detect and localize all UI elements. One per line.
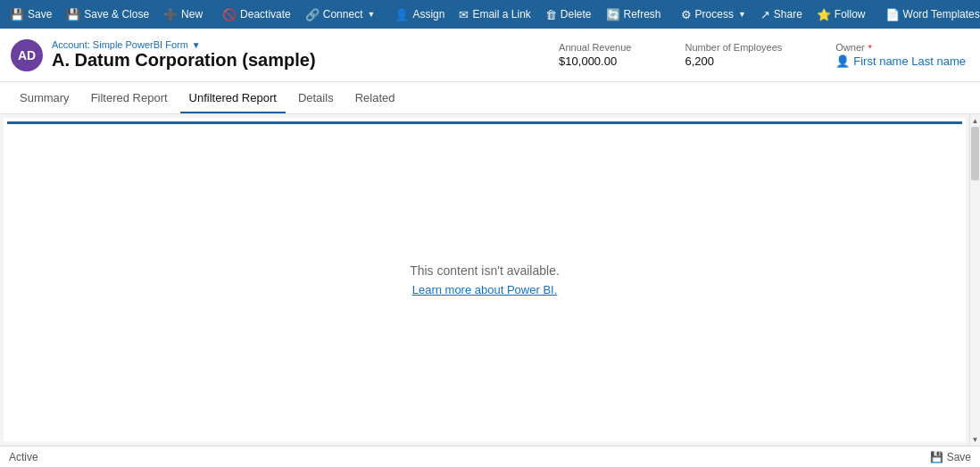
new-button[interactable]: ➕ New: [157, 5, 209, 24]
num-employees-value: 6,200: [685, 54, 782, 68]
tab-unfiltered-report[interactable]: Unfiltered Report: [180, 84, 286, 113]
header: AD Account: Simple PowerBI Form ▼ A. Dat…: [0, 29, 980, 82]
delete-button[interactable]: 🗑 Delete: [539, 5, 598, 24]
email-link-icon: ✉: [459, 8, 469, 21]
annual-revenue-field: Annual Revenue $10,000.00: [559, 42, 631, 68]
owner-field: Owner * 👤 First name Last name: [835, 42, 966, 68]
share-button[interactable]: ↗ Share: [754, 5, 809, 24]
owner-required-star: *: [868, 43, 872, 54]
content-area: This content isn't available. Learn more…: [0, 114, 969, 446]
refresh-button[interactable]: 🔄 Refresh: [600, 5, 668, 24]
num-employees-label: Number of Employees: [685, 42, 782, 53]
annual-revenue-label: Annual Revenue: [559, 42, 631, 53]
save-close-icon: 💾: [66, 8, 80, 21]
status-text: Active: [9, 451, 38, 463]
process-dropdown-arrow: ▼: [738, 10, 746, 19]
email-link-button[interactable]: ✉ Email a Link: [453, 5, 536, 24]
assign-button[interactable]: 👤 Assign: [388, 5, 451, 24]
tab-details[interactable]: Details: [289, 84, 343, 113]
tab-summary[interactable]: Summary: [11, 84, 79, 113]
word-templates-button[interactable]: 📄 Word Templates ▼: [879, 5, 980, 24]
owner-link[interactable]: 👤 First name Last name: [835, 54, 966, 68]
connect-dropdown-arrow: ▼: [367, 10, 375, 19]
deactivate-icon: 🚫: [222, 8, 237, 21]
follow-button[interactable]: ⭐ Follow: [810, 5, 872, 24]
annual-revenue-value: $10,000.00: [559, 54, 631, 68]
num-employees-field: Number of Employees 6,200: [685, 42, 782, 68]
save-close-button[interactable]: 💾 Save & Close: [60, 5, 155, 24]
scroll-up-arrow[interactable]: ▲: [970, 114, 981, 127]
tabs-bar: Summary Filtered Report Unfiltered Repor…: [0, 82, 980, 114]
word-templates-icon: 📄: [885, 8, 900, 21]
share-icon: ↗: [760, 8, 770, 21]
scrollbar[interactable]: ▲ ▼: [969, 114, 980, 446]
scroll-thumb[interactable]: [971, 127, 979, 180]
delete-icon: 🗑: [545, 8, 557, 21]
owner-person-icon: 👤: [835, 54, 850, 68]
connect-icon: 🔗: [305, 8, 320, 21]
scroll-track[interactable]: [970, 127, 980, 433]
powerbi-frame: This content isn't available. Learn more…: [4, 118, 966, 442]
scroll-down-arrow[interactable]: ▼: [970, 433, 981, 446]
account-info: Account: Simple PowerBI Form ▼ A. Datum …: [52, 39, 316, 71]
process-icon: ⚙: [681, 8, 692, 21]
header-fields: Annual Revenue $10,000.00 Number of Empl…: [559, 42, 966, 68]
account-name: A. Datum Corporation (sample): [52, 50, 316, 71]
avatar: AD: [11, 39, 43, 71]
statusbar: Active 💾 Save: [0, 446, 980, 467]
refresh-icon: 🔄: [606, 8, 620, 21]
save-icon: 💾: [10, 8, 24, 21]
owner-label: Owner: [835, 42, 864, 53]
follow-icon: ⭐: [817, 8, 831, 21]
process-button[interactable]: ⚙ Process ▼: [675, 5, 752, 24]
connect-button[interactable]: 🔗 Connect ▼: [299, 5, 382, 24]
statusbar-save-icon: 💾: [930, 451, 943, 463]
powerbi-unavailable-text: This content isn't available.: [410, 263, 560, 278]
main-content: This content isn't available. Learn more…: [0, 114, 980, 446]
new-icon: ➕: [163, 8, 178, 21]
save-button[interactable]: 💾 Save: [4, 5, 58, 24]
tab-related[interactable]: Related: [346, 84, 404, 113]
deactivate-button[interactable]: 🚫 Deactivate: [216, 5, 297, 24]
toolbar: 💾 Save 💾 Save & Close ➕ New 🚫 Deactivate…: [0, 0, 980, 29]
powerbi-learn-more-link[interactable]: Learn more about Power BI.: [412, 283, 558, 296]
account-form-chevron: ▼: [192, 40, 201, 50]
tab-filtered-report[interactable]: Filtered Report: [82, 84, 177, 113]
powerbi-top-border: [7, 121, 962, 124]
statusbar-save-button[interactable]: 💾 Save: [930, 451, 971, 463]
account-form-link[interactable]: Account: Simple PowerBI Form ▼: [52, 39, 316, 50]
owner-name: First name Last name: [853, 54, 966, 68]
assign-icon: 👤: [394, 8, 409, 21]
